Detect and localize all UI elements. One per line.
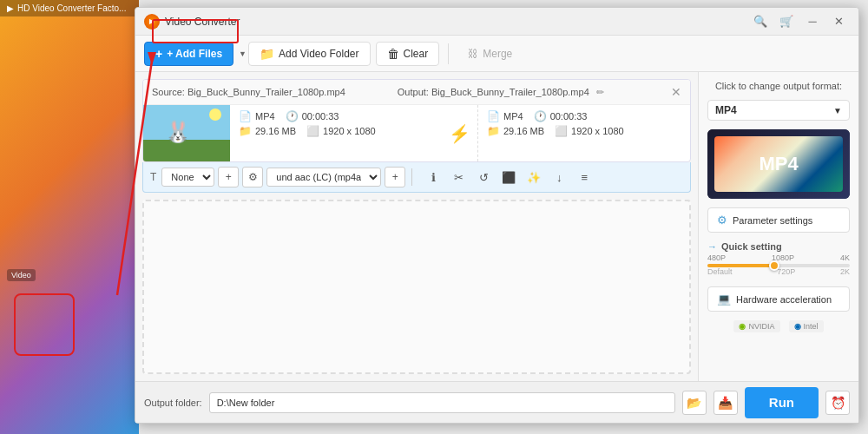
run-button[interactable]: Run (745, 387, 819, 418)
output-label: Output: (398, 87, 429, 97)
quality-labels: 480P 1080P 4K (707, 253, 850, 262)
open-output-button[interactable]: 📥 (713, 391, 738, 415)
label-2k: 2K (840, 267, 850, 276)
bg-video-section-label: Video (7, 269, 36, 281)
title-bar: ▶ Video Converter 🔍 🛒 ─ ✕ (135, 8, 858, 36)
format-preview-label: MP4 (759, 153, 798, 175)
right-panel: Click to change output format: MP4 ▼ MP4… (698, 72, 858, 381)
label-720p: 720P (777, 267, 795, 276)
alarm-icon: ⏰ (831, 396, 845, 410)
source-row-2: 📁 29.16 MB ⬜ 1920 x 1080 (239, 125, 433, 137)
toolbar-divider (448, 43, 449, 64)
format-preview[interactable]: MP4 (707, 129, 850, 199)
source-filename: Big_Buck_Bunny_Trailer_1080p.mp4 (187, 87, 345, 97)
background-app: ▶ HD Video Converter Facto... (0, 0, 139, 434)
output-path-input[interactable] (209, 392, 675, 413)
subtitle-button[interactable]: ≡ (573, 167, 595, 187)
cart-button[interactable]: 🛒 (775, 13, 798, 30)
gpu-logos: ◉ NVIDIA ◉ Intel (707, 320, 850, 332)
file-close-button[interactable]: ✕ (671, 85, 681, 99)
source-size: 29.16 MB (255, 126, 296, 136)
label-480p: 480P (707, 253, 726, 262)
add-audio-button[interactable]: + (385, 167, 405, 187)
file-item-body: 🐰 📄 MP4 🕐 00:00:33 (143, 105, 690, 161)
add-folder-label: Add Video Folder (279, 48, 359, 60)
folder-open-icon: 📂 (687, 396, 701, 410)
merge-button[interactable]: ⛓ Merge (457, 43, 523, 64)
dropdown-arrow-icon: ▼ (239, 49, 247, 58)
source-label: Source: (152, 87, 185, 97)
output-size-item: 📁 29.16 MB (487, 125, 544, 137)
info-button[interactable]: ℹ (422, 167, 444, 187)
close-button[interactable]: ✕ (827, 13, 850, 30)
output-row-1: 📄 MP4 🕐 00:00:33 (487, 110, 681, 122)
nvidia-label: NVIDIA (748, 322, 774, 331)
add-subtitle-button[interactable]: + (218, 167, 239, 187)
format-icon: 📄 (239, 110, 252, 122)
clear-button[interactable]: 🗑 Clear (376, 42, 440, 66)
output-format-title: Click to change output format: (707, 81, 850, 91)
lightning-icon: ⚡ (449, 123, 470, 144)
quality-slider-container: 480P 1080P 4K Default 720P 2K (707, 252, 850, 278)
sub-toolbar: T None + ⚙ und aac (LC) (mp4a + ℹ ✂ ↺ ⬛ … (142, 162, 691, 193)
intel-icon: ◉ (794, 322, 801, 331)
subtitle-settings-button[interactable]: ⚙ (242, 167, 263, 187)
clear-label: Clear (404, 48, 429, 60)
source-duration-item: 🕐 00:00:33 (286, 110, 339, 122)
window-title: Video Converter (165, 16, 240, 28)
output-filename: Big_Buck_Bunny_Trailer_1080p.mp4 (431, 87, 589, 97)
output-folder-icon: 📁 (487, 125, 500, 137)
effects-button[interactable]: ✨ (523, 167, 545, 187)
watermark-button[interactable]: ↓ (548, 167, 570, 187)
quick-setting-label: → Quick setting (707, 241, 850, 252)
add-files-label: + Add Files (167, 48, 222, 60)
output-res-icon: ⬜ (555, 125, 568, 137)
format-selector[interactable]: MP4 ▼ (707, 100, 850, 121)
sub-quality-labels: Default 720P 2K (707, 267, 850, 276)
quick-setting-icon: → (707, 241, 717, 252)
quick-setting-section: → Quick setting 480P 1080P 4K Default (707, 241, 850, 278)
merge-label: Merge (483, 48, 512, 60)
text-icon: T (150, 171, 156, 183)
source-resolution: 1920 x 1080 (323, 126, 376, 136)
clock-icon: 🕐 (286, 110, 299, 122)
minimize-button[interactable]: ─ (801, 13, 824, 30)
add-video-folder-button[interactable]: 📁 Add Video Folder (248, 42, 371, 66)
parameter-settings-button[interactable]: ⚙ Parameter settings (707, 207, 850, 233)
rotate-button[interactable]: ↺ (472, 167, 495, 187)
crop-button[interactable]: ⬛ (497, 167, 520, 187)
output-row-2: 📁 29.16 MB ⬜ 1920 x 1080 (487, 125, 681, 137)
quality-slider-track[interactable] (707, 264, 850, 267)
clear-icon: 🗑 (387, 47, 399, 61)
slider-fill (707, 264, 772, 267)
thumb-bunny: 🐰 (165, 120, 191, 144)
add-folder-group: ▼ 📁 Add Video Folder (239, 42, 370, 66)
format-name: MP4 (715, 104, 737, 116)
app-icon: ▶ (144, 14, 160, 30)
source-info: 📄 MP4 🕐 00:00:33 📁 29.16 MB (230, 105, 442, 161)
audio-select[interactable]: und aac (LC) (mp4a (266, 168, 381, 187)
search-button[interactable]: 🔍 (749, 13, 772, 30)
hw-icon: 💻 (717, 293, 731, 306)
bg-app-title: ▶ HD Video Converter Facto... (0, 0, 139, 16)
output-folder-label: Output folder: (144, 398, 202, 408)
output-format-item: 📄 MP4 (487, 110, 523, 122)
source-duration: 00:00:33 (302, 111, 339, 122)
output-duration: 00:00:33 (550, 111, 588, 122)
hardware-acceleration-button[interactable]: 💻 Hardware acceleration (707, 286, 850, 312)
param-settings-label: Parameter settings (733, 215, 812, 226)
output-resolution: 1920 x 1080 (571, 126, 624, 136)
slider-thumb[interactable] (769, 260, 779, 271)
source-res-item: ⬜ 1920 x 1080 (306, 125, 376, 137)
format-dropdown-arrow-icon: ▼ (833, 106, 842, 115)
browse-folder-button[interactable]: 📂 (682, 391, 707, 415)
output-duration-item: 🕐 00:00:33 (534, 110, 588, 122)
add-files-button[interactable]: + + Add Files (144, 42, 233, 66)
output-format: MP4 (503, 111, 523, 122)
label-4k: 4K (840, 253, 850, 262)
source-size-item: 📁 29.16 MB (239, 125, 296, 137)
video-preset-select[interactable]: None (161, 168, 214, 187)
sub-toolbar-divider (411, 168, 412, 186)
trim-button[interactable]: ✂ (447, 167, 470, 187)
alarm-button[interactable]: ⏰ (825, 391, 850, 415)
